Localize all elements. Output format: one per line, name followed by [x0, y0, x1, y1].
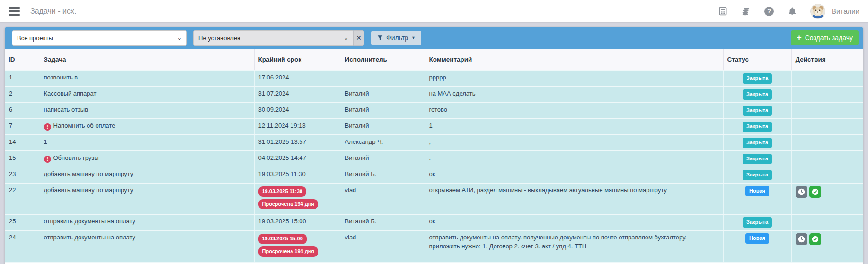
task-title: Кассовый аппарат: [44, 90, 97, 97]
col-header-actions: Действия: [791, 49, 863, 70]
table-row: 14131.01.2025 13:57Александр Ч.,Закрыта: [5, 135, 863, 151]
status-badge: Закрыта: [743, 122, 772, 132]
cell-deadline: 19.03.2025 15:00Просрочена 194 дня: [254, 230, 341, 262]
complete-task-button[interactable]: [809, 186, 821, 198]
cell-comment: .: [425, 151, 723, 167]
help-icon[interactable]: ?: [764, 6, 774, 17]
status-badge: Закрыта: [743, 138, 772, 148]
table-row: 24отправить документы на оплату19.03.202…: [5, 230, 863, 262]
table-row: 6написать отзыв30.09.2024ВиталийготовоЗа…: [5, 103, 863, 119]
cell-status: Закрыта: [723, 135, 791, 151]
cell-id: 15: [5, 151, 40, 167]
cell-actions: [791, 183, 863, 215]
deadline-text: 04.02.2025 14:47: [258, 154, 306, 161]
project-filter-select[interactable]: Все проекты ⌄: [12, 30, 187, 46]
cell-executor: Виталий Б.: [341, 167, 425, 183]
task-title: Обновить грузы: [53, 154, 99, 161]
cell-executor: [341, 70, 425, 87]
col-header-comment: Комментарий: [425, 49, 723, 70]
cell-deadline: 31.07.2024: [254, 87, 341, 103]
topbar-actions: ? Виталий: [717, 4, 859, 19]
deadline-text: 19.03.2025 15:00: [258, 218, 306, 225]
create-task-button[interactable]: + Создать задачу: [791, 30, 859, 45]
urgent-icon: !: [44, 123, 51, 131]
deadline-text: 31.07.2024: [258, 90, 289, 97]
cell-comment: ок: [425, 167, 723, 183]
clock-icon: [797, 188, 806, 196]
complete-task-button[interactable]: [809, 233, 821, 245]
create-button-label: Создать задачу: [805, 34, 853, 42]
cell-comment: ок: [425, 214, 723, 230]
hamburger-menu-icon[interactable]: [9, 7, 20, 16]
cell-executor: Виталий: [341, 119, 425, 135]
task-title: позвонить в: [44, 74, 78, 81]
cell-comment: ,: [425, 135, 723, 151]
calculator-icon[interactable]: [717, 6, 728, 17]
cell-id: 14: [5, 135, 40, 151]
urgent-icon: !: [44, 156, 51, 163]
table-row: 22добавить машину по маршруту19.03.2025 …: [5, 183, 863, 215]
cell-executor: Виталий: [341, 151, 425, 167]
cell-status: Новая: [723, 183, 791, 215]
cell-task: Кассовый аппарат: [40, 87, 254, 103]
cell-status: Закрыта: [723, 70, 791, 87]
cell-task: позвонить в: [40, 70, 254, 87]
table-row: 15!Обновить грузы04.02.2025 14:47Виталий…: [5, 151, 863, 167]
cell-deadline: 30.09.2024: [254, 103, 341, 119]
cell-actions: [791, 151, 863, 167]
cell-comment: ррррр: [425, 70, 723, 87]
deadline-text: 19.03.2025 11:30: [258, 170, 306, 177]
filter-button-label: Фильтр: [386, 34, 408, 42]
cell-actions: [791, 119, 863, 135]
cell-status: Закрыта: [723, 87, 791, 103]
cell-task: написать отзыв: [40, 103, 254, 119]
cell-id: 22: [5, 183, 40, 215]
task-title: Напомнить об оплате: [53, 122, 115, 129]
task-title: отправить документы на оплату: [44, 218, 136, 225]
status-badge: Закрыта: [743, 89, 772, 100]
status-filter-select[interactable]: Не установлен ⌄: [193, 30, 353, 46]
status-badge: Закрыта: [743, 154, 772, 164]
cell-task: отправить документы на оплату: [40, 230, 254, 262]
status-filter-group: Не установлен ⌄ ✕: [193, 30, 364, 46]
chevron-down-icon: ⌄: [177, 35, 182, 41]
table-row: 23добавить машину по маршруту19.03.2025 …: [5, 167, 863, 183]
cell-actions: [791, 230, 863, 262]
caret-down-icon: ▼: [411, 35, 416, 40]
bell-icon[interactable]: [787, 6, 797, 17]
cell-executor: vlad: [341, 183, 425, 215]
col-header-id: ID: [5, 49, 40, 70]
project-filter-value: Все проекты: [17, 35, 53, 42]
tasks-table: ID Задача Крайний срок Исполнитель Комме…: [5, 49, 863, 263]
cell-executor: Виталий: [341, 103, 425, 119]
col-header-executor: Исполнитель: [341, 49, 425, 70]
cell-executor: Александр Ч.: [341, 135, 425, 151]
deadline-text: 30.09.2024: [258, 106, 289, 113]
cell-deadline: 31.01.2025 13:57: [254, 135, 341, 151]
cell-deadline: 04.02.2025 14:47: [254, 151, 341, 167]
cell-id: 7: [5, 119, 40, 135]
user-avatar[interactable]: [810, 4, 825, 19]
postpone-task-button[interactable]: [796, 233, 807, 245]
cell-id: 1: [5, 70, 40, 87]
deadline-text: 12.11.2024 19:13: [258, 122, 306, 129]
cell-comment: открываем АТИ, раздел машины - выкладыва…: [425, 183, 723, 215]
cell-status: Закрыта: [723, 151, 791, 167]
funnel-icon: [377, 35, 383, 41]
task-title: написать отзыв: [44, 106, 89, 113]
cell-status: Закрыта: [723, 167, 791, 183]
filter-dropdown-button[interactable]: Фильтр ▼: [371, 31, 421, 45]
filter-toolbar: Все проекты ⌄ Не установлен ⌄ ✕ Фильтр ▼…: [5, 27, 863, 49]
cell-actions: [791, 87, 863, 103]
chevron-down-icon: ⌄: [344, 35, 348, 41]
content-card: Все проекты ⌄ Не установлен ⌄ ✕ Фильтр ▼…: [5, 27, 863, 264]
coins-stack-icon[interactable]: [741, 6, 751, 17]
cell-actions: [791, 167, 863, 183]
cell-id: 24: [5, 230, 40, 262]
task-title: добавить машину по маршруту: [44, 186, 133, 194]
cell-comment: отправить документы на оплату. полученны…: [425, 230, 723, 262]
postpone-task-button[interactable]: [796, 186, 807, 198]
clear-filter-button[interactable]: ✕: [353, 30, 364, 46]
status-badge: Новая: [745, 186, 769, 196]
username-label: Виталий: [832, 7, 859, 15]
